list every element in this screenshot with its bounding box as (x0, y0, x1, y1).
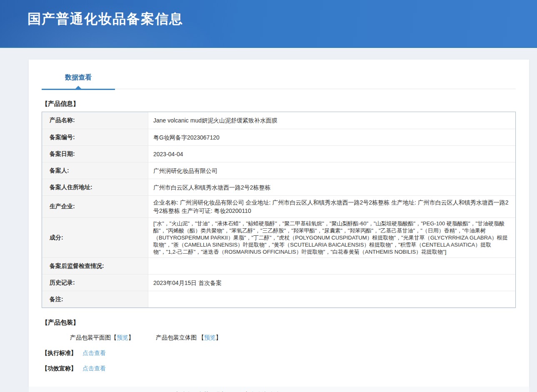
row-record-number: 备案编号: 粤G妆网备字2023067120 (42, 129, 515, 145)
row-registrant: 备案人: 广州润研化妆品有限公司 (42, 162, 515, 179)
row-label: 产品名称: (42, 112, 148, 129)
row-value: 粤G妆网备字2023067120 (148, 129, 515, 145)
row-label: 备案人住所地址: (42, 179, 148, 195)
row-value (148, 258, 515, 274)
row-remarks: 备注: (42, 291, 515, 307)
packaging-stereo-bracket: 】 (216, 334, 222, 341)
row-label: 历史记录: (42, 275, 148, 291)
tab-data-view[interactable]: 数据查看 (42, 73, 115, 90)
row-manufacturer: 生产企业: 企业名称: 广州润研化妆品有限公司 企业地址: 广州市白云区人和镇秀… (42, 195, 515, 217)
section-title-product-info: 【产品信息】 (42, 100, 516, 108)
row-supervision-check: 备案后监督检查情况: (42, 257, 515, 274)
packaging-stereo-item: 产品包装立体图 【预览】 (156, 334, 222, 341)
page-header: 国产普通化妆品备案信息 (0, 0, 537, 48)
row-label: 生产企业: (42, 196, 148, 217)
packaging-flat-preview-link[interactable]: 预览 (117, 334, 128, 341)
execution-standard-view-link[interactable]: 点击查看 (82, 350, 106, 356)
execution-standard-label: 【执行标准】 (42, 350, 77, 356)
row-ingredients: 成分: ["水"，"火山泥"，"甘油"，"液体石蜡"，"鲸蜡硬脂醇"，"聚二甲基… (42, 217, 515, 257)
section-title-packaging: 【产品包装】 (42, 319, 516, 327)
row-label: 备案日期: (42, 146, 148, 162)
row-label: 成分: (42, 218, 148, 257)
content-wrap: 数据查看 【产品信息】 产品名称: Jane volcanic mud妍泥火山泥… (29, 60, 529, 387)
packaging-stereo-preview-link[interactable]: 预览 (204, 334, 216, 341)
efficacy-claim-view-link[interactable]: 点击查看 (82, 365, 106, 372)
row-label: 备注: (42, 291, 148, 307)
content-card: 数据查看 【产品信息】 产品名称: Jane volcanic mud妍泥火山泥… (29, 60, 529, 387)
row-label: 备案后监督检查情况: (42, 258, 148, 274)
row-value: 广州市白云区人和镇秀水塘西一路2号2栋整栋 (148, 179, 515, 195)
row-value: Jane volcanic mud妍泥火山泥舒缓紧致补水面膜 (148, 112, 515, 129)
product-info-table: 产品名称: Jane volcanic mud妍泥火山泥舒缓紧致补水面膜 备案编… (42, 112, 516, 308)
tab-bar: 数据查看 (42, 73, 516, 89)
page-footer: 本站由国家药品监督管理局主办 版权所有 Copyright © NMPA All… (29, 387, 529, 392)
row-history: 历史记录: 2023年04月15日 首次备案 (42, 274, 515, 291)
row-value (148, 291, 515, 307)
row-value: 2023年04月15日 首次备案 (148, 275, 515, 291)
row-registrant-address: 备案人住所地址: 广州市白云区人和镇秀水塘西一路2号2栋整栋 (42, 179, 515, 195)
row-value: 广州润研化妆品有限公司 (148, 162, 515, 179)
row-label: 备案编号: (42, 129, 148, 145)
execution-standard-line: 【执行标准】 点击查看 (42, 350, 516, 357)
packaging-flat-label: 产品包装平面图【 (70, 334, 117, 341)
row-product-name: 产品名称: Jane volcanic mud妍泥火山泥舒缓紧致补水面膜 (42, 112, 515, 129)
row-label: 备案人: (42, 162, 148, 179)
efficacy-claim-label: 【功效宣称】 (42, 365, 77, 372)
row-record-date: 备案日期: 2023-04-04 (42, 145, 515, 162)
packaging-flat-item: 产品包装平面图【预览】 (70, 334, 136, 341)
page-title: 国产普通化妆品备案信息 (0, 0, 537, 28)
packaging-stereo-label: 产品包装立体图 【 (156, 334, 204, 341)
packaging-flat-bracket: 】 (128, 334, 134, 341)
packaging-links-line: 产品包装平面图【预览】 产品包装立体图 【预览】 (70, 334, 516, 342)
row-value: 2023-04-04 (148, 146, 515, 162)
row-value: 企业名称: 广州润研化妆品有限公司 企业地址: 广州市白云区人和镇秀水塘西一路2… (148, 196, 515, 217)
tab-data-view-label: 数据查看 (65, 74, 92, 81)
row-value: ["水"，"火山泥"，"甘油"，"液体石蜡"，"鲸蜡硬脂醇"，"聚二甲基硅氧烷"… (148, 218, 515, 257)
efficacy-claim-line: 【功效宣称】 点击查看 (42, 365, 516, 372)
